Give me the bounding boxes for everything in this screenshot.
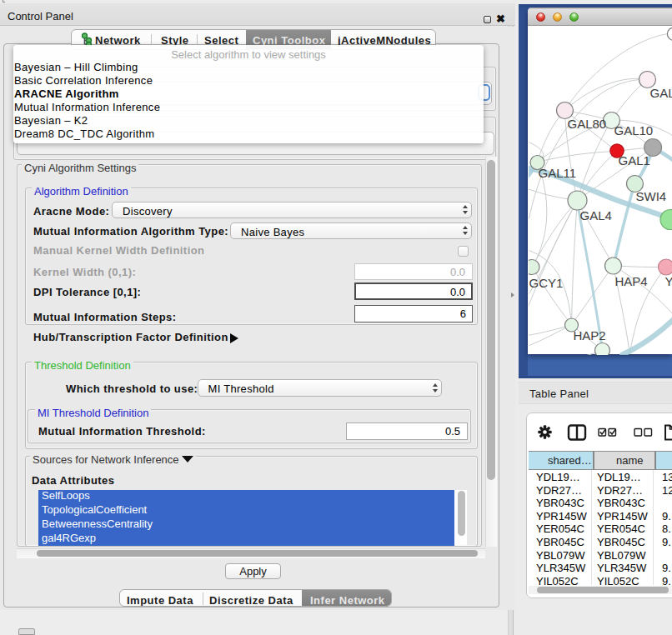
svg-text:HAP4: HAP4 <box>614 273 647 288</box>
svg-text:GAL80: GAL80 <box>567 116 606 130</box>
svg-text:GAL4: GAL4 <box>579 208 611 222</box>
svg-text:HAP2: HAP2 <box>573 328 605 342</box>
svg-text:GAL10: GAL10 <box>614 122 653 137</box>
svg-text:GAL7: GAL7 <box>649 85 672 99</box>
svg-text:GAL1: GAL1 <box>618 152 649 167</box>
svg-text:GAL11: GAL11 <box>538 165 576 179</box>
svg-text:SWI4: SWI4 <box>635 188 666 202</box>
svg-text:GCY1: GCY1 <box>529 275 563 289</box>
svg-text:YJL157C: YJL157C <box>664 273 672 288</box>
